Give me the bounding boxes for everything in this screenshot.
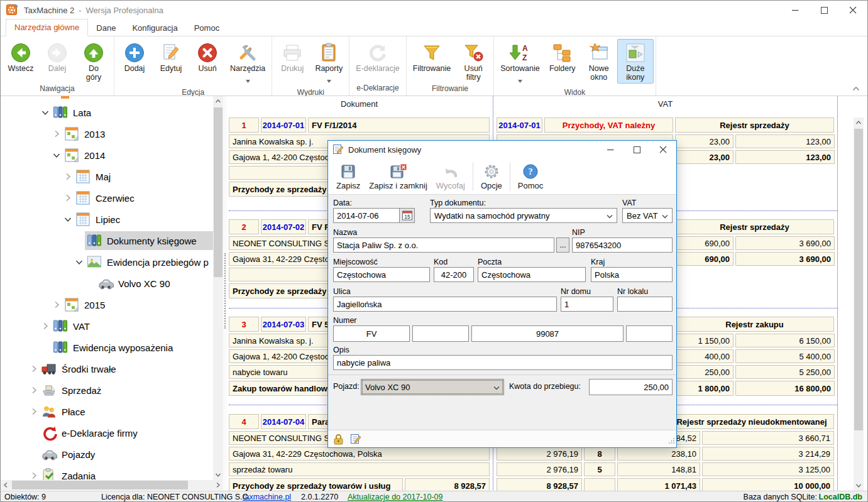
number-part-2-field[interactable] [412,325,469,342]
vat-amount-cell[interactable]: 3 690,00 [735,252,835,266]
vat-amount-cell[interactable]: 1 071,43 [617,478,700,491]
tree-item-maj[interactable]: Maj [1,166,213,187]
chevron-open-icon[interactable] [40,107,51,117]
ribbon-button-e-deklaracje[interactable]: E-deklaracje [351,39,404,75]
chevron-closed-icon[interactable] [51,129,62,139]
dialog-minimize-button[interactable] [597,141,624,158]
scroll-up-icon[interactable] [854,117,864,128]
chevron-closed-icon[interactable] [40,321,51,331]
note-edit-icon[interactable] [350,434,361,445]
vat-rate-cell[interactable]: 5 [584,462,615,476]
tree-item-czerwiec[interactable]: Czerwiec [1,188,213,208]
nip-field[interactable] [572,237,673,253]
tree-item-row[interactable]: 2014 [62,146,213,165]
tab-pomoc[interactable]: Pomoc [186,20,228,36]
vat-amount-cell[interactable]: 1 150,00 [675,334,733,347]
tree-item-row[interactable]: Ewidencja wyposażenia [51,338,213,357]
vat-amount-cell[interactable]: 2 976,19 [497,462,582,476]
record-number-cell[interactable]: 3 [229,317,259,332]
tree-scrollbar-thumb[interactable] [214,107,222,277]
help-button[interactable]: ? Pomoc [514,160,547,192]
dialog-maximize-button[interactable] [624,141,650,158]
tree-item-row[interactable]: 2013 [62,124,213,143]
vat-type-cell[interactable]: Przychody, VAT należny [544,117,673,133]
chevron-closed-icon[interactable] [62,172,74,182]
table-scrollbar-thumb[interactable] [854,129,863,430]
chevron-closed-icon[interactable] [62,193,74,203]
vat-register-cell[interactable]: Rejestr sprzedaży [675,117,834,133]
dialog-title-bar[interactable]: Dokument księgowy [328,141,676,158]
maximize-button[interactable] [810,1,838,19]
tree-item-volvo-xc-90[interactable]: Volvo XC 90 [1,273,213,293]
tree-item-row[interactable]: Płace [40,402,213,421]
record-number-cell[interactable]: 4 [229,414,259,429]
record-number-cell[interactable]: 2 [229,219,259,234]
scroll-down-icon[interactable] [213,470,223,480]
tree-item-pojazdy[interactable]: Pojazdy [1,444,213,464]
tree-item-dokumenty-ksiegowe[interactable]: Dokumenty księgowe [1,231,213,251]
vat-amount-cell[interactable]: 400,00 [675,349,733,363]
vat-amount-cell[interactable]: 690,00 [675,236,733,250]
ribbon-button-dalej[interactable]: Dalej [39,39,75,75]
tree-item-row[interactable]: 2015 [62,295,213,314]
tree-horizontal-scrollbar[interactable] [1,480,223,490]
number-part-1-field[interactable] [333,325,410,342]
vat-rate-cell[interactable]: 8 [584,447,615,461]
tree-item-ewidencja-przebiegow-p[interactable]: Ewidencja przebiegów p [1,252,213,272]
street-field[interactable] [333,297,557,312]
tab-konfiguracja[interactable]: Konfiguracja [124,20,185,36]
ribbon-button-duze-ikony[interactable]: Duże ikony [617,39,654,84]
record-date-cell[interactable]: 2014-07-02 [261,219,306,234]
tree-item-row[interactable]: e-Deklaracje firmy [40,423,213,442]
number-part-4-field[interactable] [626,325,673,342]
resize-grip[interactable] [669,435,675,446]
tree-item-lata[interactable]: Lata [1,102,213,123]
vat-amount-cell[interactable]: 5 400,00 [735,349,835,363]
city-field[interactable] [333,267,430,282]
options-button[interactable]: Opcje [476,160,507,192]
ribbon-button-narzedzia[interactable]: Narzędzia [226,39,270,87]
tree-vertical-scrollbar[interactable] [213,96,223,480]
vat-amount-cell[interactable]: 1 800,00 [675,381,733,396]
tree-item-row[interactable]: Volvo XC 90 [96,274,213,293]
lock-icon[interactable] [333,433,344,445]
tree-item-row[interactable]: Lipiec [74,210,213,229]
ribbon-button-raporty[interactable]: Raporty [310,39,347,87]
chevron-open-icon[interactable] [74,257,85,267]
chevron-open-icon[interactable] [62,214,74,224]
record-date-cell[interactable]: 2014-07-03 [261,317,306,332]
vat-amount-cell[interactable]: 3 125,00 [702,462,834,476]
tree-item-sprzedaz[interactable]: Sprzedaż [1,380,213,400]
table-vertical-scrollbar[interactable] [854,117,864,491]
ribbon-button-nowe-okno[interactable]: Nowe okno [581,39,617,84]
tree-hscrollbar-thumb[interactable] [12,481,188,489]
vat-amount-cell[interactable]: 123,00 [735,150,835,164]
scroll-right-icon[interactable] [213,480,223,490]
tree-item-row[interactable]: Zadania [40,466,213,480]
record-title-cell[interactable]: FV F/1/2014 [308,117,490,133]
vat-amount-cell[interactable]: 123,00 [735,134,835,148]
tree-item-lipiec[interactable]: Lipiec [1,209,213,229]
ribbon-button-edytuj[interactable]: Edytuj [153,39,189,75]
ribbon-button-usun[interactable]: Usuń [189,39,226,75]
vat-amount-cell[interactable]: 6 150,00 [735,334,835,347]
chevron-open-icon[interactable] [51,150,62,160]
ribbon-button-do-gory[interactable]: Do góry [75,39,112,84]
tab-narzedzia-glowne[interactable]: Narzędzia główne [6,19,88,36]
minimize-button[interactable] [781,1,810,19]
vat-rate-cell[interactable] [584,478,615,491]
record-date-cell[interactable]: 2014-07-01 [261,117,306,133]
document-text-cell[interactable]: sprzedaż towaru [229,462,490,476]
vat-amount-cell[interactable]: 3 214,29 [702,447,834,461]
tree-item-ewidencja-wyposazenia[interactable]: Ewidencja wyposażenia [1,337,213,357]
updates-link[interactable]: Aktualizacje do 2017-10-09 [348,493,443,501]
tree-item-2013[interactable]: 2013 [1,124,213,144]
vat-amount-cell[interactable]: 8 928,57 [497,478,582,491]
vat-amount-cell[interactable]: 23,00 [675,150,733,164]
scroll-left-icon[interactable] [1,480,11,490]
tree-item-row[interactable]: Pojazdy [40,445,213,464]
vat-amount-cell[interactable]: 148,81 [617,462,700,476]
date-field[interactable] [333,208,400,223]
chevron-closed-icon[interactable] [51,300,62,310]
vat-amount-cell[interactable]: 3 660,71 [702,431,834,445]
